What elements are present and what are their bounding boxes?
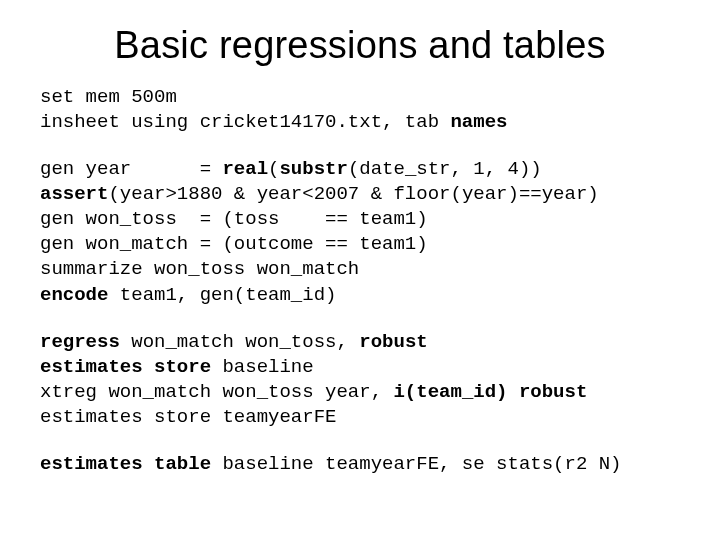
code-bold: estimates table — [40, 453, 211, 475]
code-line: gen won_match = (outcome == team1) — [40, 233, 428, 255]
code-block-1: set mem 500m insheet using cricket14170.… — [40, 85, 680, 135]
code-bold: encode — [40, 284, 108, 306]
code-line: insheet using cricket14170.txt, tab — [40, 111, 450, 133]
code-bold: regress — [40, 331, 120, 353]
code-line: baseline teamyearFE, se stats(r2 N) — [211, 453, 621, 475]
code-bold: names — [450, 111, 507, 133]
slide: Basic regressions and tables set mem 500… — [0, 0, 720, 540]
code-line: gen won_toss = (toss == team1) — [40, 208, 428, 230]
code-block-2: gen year = real(substr(date_str, 1, 4)) … — [40, 157, 680, 307]
code-line: estimates store teamyearFE — [40, 406, 336, 428]
code-bold: real — [222, 158, 268, 180]
code-bold: estimates store — [40, 356, 222, 378]
code-line: gen year = — [40, 158, 222, 180]
code-line: (year>1880 & year<2007 & floor(year)==ye… — [108, 183, 598, 205]
code-line: won_match won_toss, — [120, 331, 359, 353]
code-bold: robust — [359, 331, 427, 353]
code-bold: substr — [279, 158, 347, 180]
code-line: team1, gen(team_id) — [108, 284, 336, 306]
code-bold: i(team_id) robust — [393, 381, 587, 403]
code-line: baseline — [222, 356, 313, 378]
slide-title: Basic regressions and tables — [40, 24, 680, 67]
code-line: (date_str, 1, 4)) — [348, 158, 542, 180]
code-bold: assert — [40, 183, 108, 205]
code-line: set mem 500m — [40, 86, 177, 108]
code-line: ( — [268, 158, 279, 180]
code-block-3: regress won_match won_toss, robust estim… — [40, 330, 680, 430]
code-block-4: estimates table baseline teamyearFE, se … — [40, 452, 680, 477]
code-line: xtreg won_match won_toss year, — [40, 381, 393, 403]
code-line: summarize won_toss won_match — [40, 258, 359, 280]
